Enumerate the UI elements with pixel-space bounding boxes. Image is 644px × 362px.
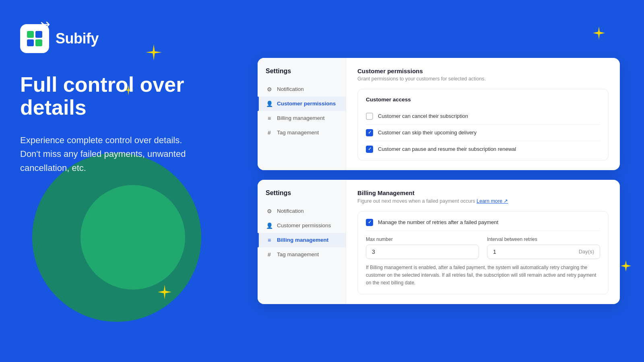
interval-value: 1 xyxy=(493,249,496,255)
interval-unit: Day(s) xyxy=(579,249,594,255)
sidebar-item-tag-1[interactable]: # Tag management xyxy=(258,125,346,140)
logo-grid xyxy=(27,31,42,46)
gear-icon-1: ⚙ xyxy=(266,86,273,93)
permission-pause: Customer can pause and resume their subs… xyxy=(366,141,600,153)
tag-icon-1: # xyxy=(266,130,273,136)
billing-icon-2: ≡ xyxy=(266,237,273,243)
logo-cell-4 xyxy=(35,39,42,46)
logo-icon xyxy=(20,24,49,53)
sidebar-label-billing-2: Billing management xyxy=(277,237,328,243)
sidebar-label-customer-permissions-1: Customer permissions xyxy=(277,101,336,107)
card1-sidebar-title: Settings xyxy=(258,68,346,82)
manage-retries-item: Manage the number of retries after a fai… xyxy=(366,219,600,231)
sparkle-right-1 xyxy=(592,26,606,41)
permission-cancel-label: Customer can cancel their subscription xyxy=(378,113,468,119)
interval-input[interactable]: 1 Day(s) xyxy=(487,245,600,259)
sidebar-label-tag-1: Tag management xyxy=(277,130,319,136)
gear-icon-2: ⚙ xyxy=(266,208,273,214)
logo-cell-3 xyxy=(27,39,34,46)
card2-sidebar-title: Settings xyxy=(258,189,346,204)
card1-sidebar: Settings ⚙ Notification 👤 Customer permi… xyxy=(258,58,346,170)
card2-sidebar: Settings ⚙ Notification 👤 Customer permi… xyxy=(258,180,346,304)
max-number-input[interactable]: 3 xyxy=(366,245,479,259)
checkbox-skip[interactable] xyxy=(366,129,373,136)
logo-cell-2 xyxy=(35,31,42,38)
billing-info-text: If Billing management is enabled, after … xyxy=(366,264,600,287)
interval-label: Interval between retries xyxy=(487,237,600,242)
sidebar-label-customer-permissions-2: Customer permissions xyxy=(277,222,331,228)
sidebar-item-billing-1[interactable]: ≡ Billing management xyxy=(258,111,346,125)
sparkle-right-2 xyxy=(620,260,632,274)
right-panel: Settings ⚙ Notification 👤 Customer permi… xyxy=(250,0,644,362)
customer-permissions-card: Settings ⚙ Notification 👤 Customer permi… xyxy=(258,58,620,170)
billing-options-card: Manage the number of retries after a fai… xyxy=(357,211,609,295)
billing-icon-1: ≡ xyxy=(266,115,273,121)
customer-access-title: Customer access xyxy=(366,97,600,103)
hero-title: Full control over details xyxy=(20,73,229,119)
user-icon-2: 👤 xyxy=(266,222,273,229)
interval-field: Interval between retries 1 Day(s) xyxy=(487,237,600,259)
card1-content-subtitle: Grant permissions to your customers for … xyxy=(357,76,609,82)
sidebar-label-notification-2: Notification xyxy=(277,208,304,214)
sidebar-item-customer-permissions-1[interactable]: 👤 Customer permissions xyxy=(258,97,346,111)
customer-access-card: Customer access Customer can cancel thei… xyxy=(357,89,609,160)
permission-cancel: Customer can cancel their subscription xyxy=(366,108,600,125)
user-icon-1: 👤 xyxy=(266,101,273,107)
permission-skip-label: Customer can skip their upcoming deliver… xyxy=(378,130,477,136)
sparkle-decoration-3 xyxy=(157,284,172,300)
sidebar-label-billing-1: Billing management xyxy=(277,115,325,121)
brand-name: Subify xyxy=(56,30,99,47)
sidebar-item-tag-2[interactable]: # Tag management xyxy=(258,247,346,262)
checkbox-cancel[interactable] xyxy=(366,113,373,120)
permission-skip: Customer can skip their upcoming deliver… xyxy=(366,125,600,141)
sidebar-item-notification-2[interactable]: ⚙ Notification xyxy=(258,204,346,218)
billing-fields-row: Max number 3 Interval between retries 1 … xyxy=(366,237,600,259)
logo-area: Subify xyxy=(20,24,229,53)
card1-content-title: Customer permissions xyxy=(357,68,609,74)
card2-content: Billing Management Figure out next moves… xyxy=(346,180,620,304)
hero-description: Experience complete control over details… xyxy=(20,134,221,175)
sidebar-label-notification-1: Notification xyxy=(277,86,304,92)
checkbox-pause[interactable] xyxy=(366,146,373,153)
learn-more-link[interactable]: Learn more ↗ xyxy=(477,198,508,204)
checkbox-manage-retries[interactable] xyxy=(366,219,373,226)
tag-icon-2: # xyxy=(266,251,273,258)
left-panel: Subify Full control over details Experie… xyxy=(0,0,250,362)
max-number-field: Max number 3 xyxy=(366,237,479,259)
card1-content: Customer permissions Grant permissions t… xyxy=(346,58,620,170)
billing-management-card: Settings ⚙ Notification 👤 Customer permi… xyxy=(258,180,620,304)
green-circle-inner-decoration xyxy=(80,185,185,290)
sidebar-item-billing-2[interactable]: ≡ Billing management xyxy=(258,233,346,247)
card2-subtitle-text: Figure out next moves when a failed paym… xyxy=(357,198,477,204)
sidebar-item-customer-permissions-2[interactable]: 👤 Customer permissions xyxy=(258,218,346,233)
card2-content-subtitle: Figure out next moves when a failed paym… xyxy=(357,198,609,204)
manage-retries-label: Manage the number of retries after a fai… xyxy=(378,219,498,225)
sidebar-item-notification-1[interactable]: ⚙ Notification xyxy=(258,82,346,97)
sidebar-label-tag-2: Tag management xyxy=(277,251,319,257)
max-number-label: Max number xyxy=(366,237,479,242)
logo-cell-1 xyxy=(27,31,34,38)
max-number-value: 3 xyxy=(372,249,375,255)
card2-content-title: Billing Management xyxy=(357,189,609,196)
permission-pause-label: Customer can pause and resume their subs… xyxy=(378,146,516,152)
